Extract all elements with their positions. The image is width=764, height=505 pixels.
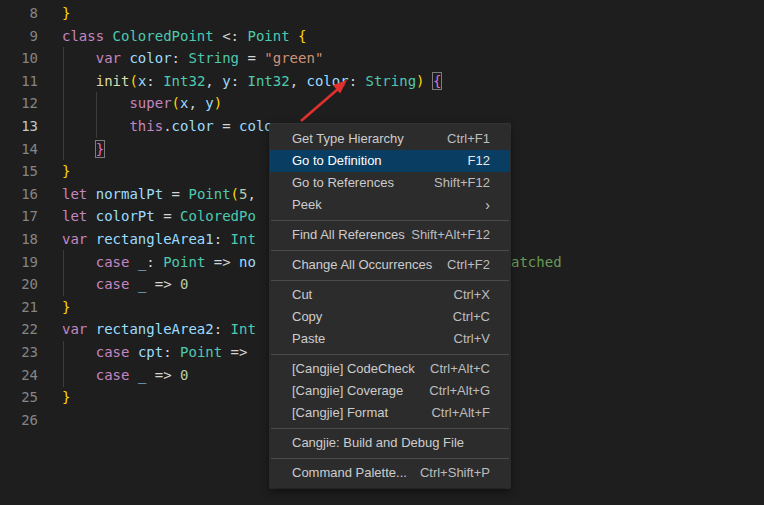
code-token bbox=[290, 28, 298, 44]
code-text: } bbox=[62, 296, 70, 319]
code-token: this bbox=[129, 118, 163, 134]
code-token: rectangleArea1 bbox=[96, 231, 214, 247]
code-text: } bbox=[62, 386, 70, 409]
code-token: ( bbox=[129, 73, 137, 89]
code-token: , bbox=[247, 186, 255, 202]
code-token bbox=[62, 276, 96, 292]
code-text: case _ => 0 bbox=[62, 273, 188, 296]
code-text: } bbox=[62, 138, 104, 161]
code-token: : bbox=[146, 73, 163, 89]
code-token: String bbox=[366, 73, 417, 89]
line-number[interactable]: 11 bbox=[0, 70, 38, 93]
line-number[interactable]: 20 bbox=[0, 273, 38, 296]
menu-item-label: Cut bbox=[292, 284, 312, 306]
code-token: Int32 bbox=[163, 73, 205, 89]
code-token: class bbox=[62, 28, 113, 44]
menu-item-cut[interactable]: CutCtrl+X bbox=[270, 284, 510, 306]
line-number[interactable]: 15 bbox=[0, 160, 38, 183]
menu-item-go-to-definition[interactable]: Go to DefinitionF12 bbox=[270, 150, 510, 172]
menu-item-command-palette[interactable]: Command Palette...Ctrl+Shift+P bbox=[270, 462, 510, 484]
line-number[interactable]: 18 bbox=[0, 228, 38, 251]
code-token: { bbox=[298, 28, 306, 44]
line-number[interactable]: 14 bbox=[0, 138, 38, 161]
menu-item-shortcut: Ctrl+F1 bbox=[447, 128, 490, 150]
line-number[interactable]: 19 bbox=[0, 251, 38, 274]
menu-item-label: Find All References bbox=[292, 224, 405, 246]
code-token: = bbox=[214, 118, 239, 134]
line-number[interactable]: 26 bbox=[0, 409, 38, 432]
code-line[interactable]: 10 var color: String = "green" bbox=[0, 47, 764, 70]
code-token bbox=[62, 118, 129, 134]
code-token: = bbox=[239, 50, 264, 66]
code-line[interactable]: 11 init(x: Int32, y: Int32, color: Strin… bbox=[0, 70, 764, 93]
code-token: <: bbox=[214, 28, 248, 44]
menu-item-shortcut: Ctrl+F2 bbox=[447, 254, 490, 276]
code-token: } bbox=[62, 5, 70, 21]
menu-item-peek[interactable]: Peek› bbox=[270, 194, 510, 216]
code-token: normalPt bbox=[96, 186, 163, 202]
code-token: 0 bbox=[180, 367, 188, 383]
code-token: : bbox=[214, 321, 231, 337]
code-line[interactable]: 8} bbox=[0, 2, 764, 25]
code-token: } bbox=[96, 141, 104, 157]
code-editor[interactable]: 8}9class ColoredPoint <: Point {10 var c… bbox=[0, 0, 764, 505]
code-text: case _ => 0 bbox=[62, 364, 188, 387]
code-token: ( bbox=[231, 186, 239, 202]
menu-item-shortcut: Ctrl+V bbox=[454, 328, 490, 350]
menu-item-copy[interactable]: CopyCtrl+C bbox=[270, 306, 510, 328]
code-token: y bbox=[222, 73, 230, 89]
menu-item-find-all-references[interactable]: Find All ReferencesShift+Alt+F12 bbox=[270, 224, 510, 246]
line-number[interactable]: 23 bbox=[0, 341, 38, 364]
line-number[interactable]: 10 bbox=[0, 47, 38, 70]
line-number[interactable]: 9 bbox=[0, 25, 38, 48]
code-token: colorPt bbox=[96, 208, 155, 224]
menu-item-label: Command Palette... bbox=[292, 462, 407, 484]
line-number[interactable]: 21 bbox=[0, 296, 38, 319]
code-token: ColoredPoint bbox=[113, 28, 214, 44]
code-token: = bbox=[155, 208, 180, 224]
code-token: String bbox=[188, 50, 239, 66]
menu-item-label: [Cangjie] CodeCheck bbox=[292, 358, 415, 380]
menu-item-shortcut: Ctrl+Alt+G bbox=[429, 380, 490, 402]
menu-item-cangjie-codecheck[interactable]: [Cangjie] CodeCheckCtrl+Alt+C bbox=[270, 358, 510, 380]
code-token: = bbox=[163, 186, 188, 202]
line-number[interactable]: 22 bbox=[0, 318, 38, 341]
code-token: var bbox=[62, 231, 96, 247]
code-token: => bbox=[146, 367, 180, 383]
line-number[interactable]: 16 bbox=[0, 183, 38, 206]
line-number[interactable]: 8 bbox=[0, 2, 38, 25]
menu-item-cangjie-format[interactable]: [Cangjie] FormatCtrl+Alt+F bbox=[270, 402, 510, 424]
code-token: let bbox=[62, 186, 96, 202]
menu-item-go-to-references[interactable]: Go to ReferencesShift+F12 bbox=[270, 172, 510, 194]
menu-item-label: Get Type Hierarchy bbox=[292, 128, 404, 150]
line-number[interactable]: 12 bbox=[0, 92, 38, 115]
line-number[interactable]: 13 bbox=[0, 115, 38, 138]
menu-item-paste[interactable]: PasteCtrl+V bbox=[270, 328, 510, 350]
menu-item-shortcut: F12 bbox=[468, 150, 490, 172]
code-text: var rectangleArea2: Int bbox=[62, 318, 256, 341]
code-token: init bbox=[96, 73, 130, 89]
code-token: case bbox=[96, 276, 138, 292]
code-line[interactable]: 12 super(x, y) bbox=[0, 92, 764, 115]
menu-item-label: [Cangjie] Format bbox=[292, 402, 388, 424]
code-token: ) bbox=[416, 73, 424, 89]
menu-item-label: Change All Occurrences bbox=[292, 254, 432, 276]
code-token: ( bbox=[172, 95, 180, 111]
code-token: 0 bbox=[180, 276, 188, 292]
context-menu: Get Type HierarchyCtrl+F1Go to Definitio… bbox=[270, 124, 510, 488]
menu-item-cangjie-coverage[interactable]: [Cangjie] CoverageCtrl+Alt+G bbox=[270, 380, 510, 402]
menu-item-change-all-occurrences[interactable]: Change All OccurrencesCtrl+F2 bbox=[270, 254, 510, 276]
menu-separator bbox=[271, 250, 509, 251]
code-text: case _: Point => noatched bbox=[62, 251, 256, 274]
line-number[interactable]: 17 bbox=[0, 205, 38, 228]
code-token: ColoredPo bbox=[180, 208, 256, 224]
line-number[interactable]: 25 bbox=[0, 386, 38, 409]
line-number[interactable]: 24 bbox=[0, 364, 38, 387]
code-token: : bbox=[172, 50, 189, 66]
menu-item-get-type-hierarchy[interactable]: Get Type HierarchyCtrl+F1 bbox=[270, 128, 510, 150]
code-token: } bbox=[62, 389, 70, 405]
menu-item-cangjie-build-and-debug-file[interactable]: Cangjie: Build and Debug File bbox=[270, 432, 510, 454]
code-line[interactable]: 9class ColoredPoint <: Point { bbox=[0, 25, 764, 48]
code-token: case bbox=[96, 344, 138, 360]
menu-item-label: [Cangjie] Coverage bbox=[292, 380, 403, 402]
